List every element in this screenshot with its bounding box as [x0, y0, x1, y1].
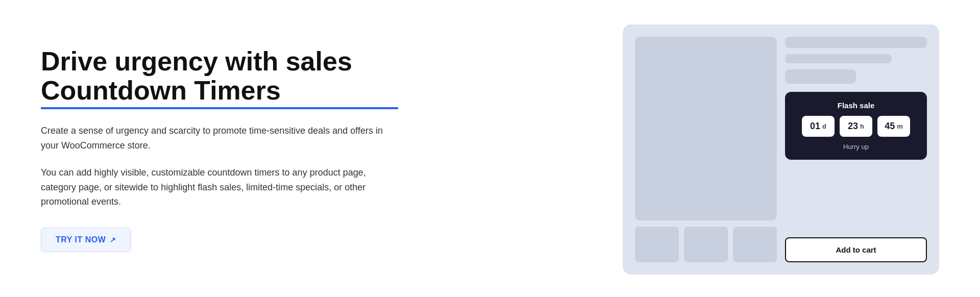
- days-unit: d: [822, 122, 826, 130]
- minutes-value: 45: [885, 121, 895, 132]
- countdown-days: 01 d: [802, 116, 835, 137]
- left-content: Drive urgency with sales Countdown Timer…: [41, 47, 398, 252]
- headline: Drive urgency with sales Countdown Timer…: [41, 47, 398, 109]
- product-page-mockup: Flash sale 01 d 23 h 45 m Hurry up: [623, 24, 939, 275]
- mockup-thumbnails-row: [635, 227, 777, 262]
- mockup-thumb-1: [635, 227, 679, 262]
- page-wrapper: Drive urgency with sales Countdown Timer…: [0, 0, 980, 297]
- add-to-cart-button[interactable]: Add to cart: [785, 237, 927, 262]
- description-para2: You can add highly visible, customizable…: [41, 165, 398, 209]
- headline-line1: Drive urgency with sales: [41, 46, 352, 76]
- countdown-units: 01 d 23 h 45 m: [795, 116, 917, 137]
- mockup-spacer: [785, 166, 927, 231]
- try-it-now-button[interactable]: TRY IT NOW ↗: [41, 228, 131, 252]
- countdown-widget: Flash sale 01 d 23 h 45 m Hurry up: [785, 92, 927, 160]
- hours-value: 23: [848, 121, 858, 132]
- hurry-up-label: Hurry up: [795, 143, 917, 151]
- description-para1: Create a sense of urgency and scarcity t…: [41, 123, 398, 153]
- mockup-image-column: [635, 37, 777, 262]
- countdown-minutes: 45 m: [877, 116, 910, 137]
- mockup-product-title: [785, 37, 927, 48]
- try-it-now-label: TRY IT NOW: [56, 235, 106, 244]
- mockup-thumb-2: [684, 227, 728, 262]
- mockup-info-column: Flash sale 01 d 23 h 45 m Hurry up: [785, 37, 927, 262]
- mockup-product-subtitle: [785, 54, 892, 63]
- external-link-icon: ↗: [110, 236, 116, 244]
- minutes-unit: m: [897, 122, 903, 130]
- mockup-product-price: [785, 69, 856, 84]
- hours-unit: h: [860, 122, 864, 130]
- days-value: 01: [810, 121, 820, 132]
- mockup-product-image: [635, 37, 777, 220]
- countdown-hours: 23 h: [840, 116, 872, 137]
- headline-line2: Countdown Timers: [41, 76, 398, 109]
- mockup-thumb-3: [733, 227, 777, 262]
- flash-sale-label: Flash sale: [795, 101, 917, 110]
